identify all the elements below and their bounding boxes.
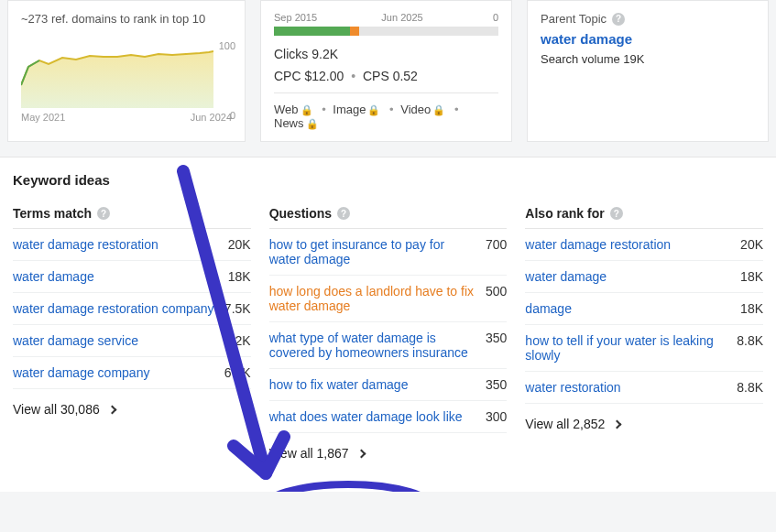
keyword-link[interactable]: water damage: [13, 269, 94, 284]
difficulty-chart: 100 0 May 2021 Jun 2024: [21, 35, 232, 123]
help-icon[interactable]: ?: [612, 13, 625, 26]
clicks-metric: Clicks 9.2K: [274, 47, 498, 61]
axis-date-right: Jun 2024: [191, 112, 232, 123]
serp-video[interactable]: Video: [400, 103, 431, 116]
axis-min: 0: [230, 110, 235, 121]
table-row: water damage restoration20K: [13, 229, 251, 261]
trend-date-right: Jun 2025: [381, 12, 422, 23]
clicks-value: 9.2K: [311, 47, 338, 61]
questions-column: Questions ? how to get insurance to pay …: [269, 199, 508, 464]
help-icon[interactable]: ?: [610, 207, 623, 220]
keyword-ideas-heading: Keyword ideas: [0, 157, 776, 199]
table-row: water damage restoration20K: [525, 229, 763, 261]
table-row: what type of water damage is covered by …: [269, 322, 508, 369]
keyword-volume: 20K: [740, 237, 763, 252]
axis-max: 100: [219, 40, 235, 51]
keyword-volume: 18K: [228, 269, 251, 284]
lock-icon: 🔒: [304, 118, 321, 129]
clicks-label: Clicks: [274, 47, 308, 61]
table-row: how to fix water damage350: [269, 369, 508, 401]
table-row: water damage company6.1K: [13, 357, 251, 389]
keyword-volume: 500: [486, 284, 507, 313]
serp-image[interactable]: Image: [333, 103, 366, 116]
view-all-also-rank[interactable]: View all 2,852: [525, 404, 763, 435]
trend-bar: [274, 27, 498, 36]
chevron-right-icon: [613, 419, 622, 429]
parent-topic-card: Parent Topic ? water damage Search volum…: [527, 0, 769, 142]
table-row: water restoration8.8K: [525, 372, 763, 404]
difficulty-subtitle: ~273 ref. domains to rank in top 10: [21, 12, 232, 26]
keyword-link[interactable]: water damage service: [13, 333, 138, 348]
keyword-link[interactable]: how to tell if your water is leaking slo…: [525, 333, 727, 363]
table-row: water damage restoration company7.5K: [13, 293, 251, 325]
keyword-link[interactable]: what does water damage look like: [269, 409, 463, 424]
serp-web[interactable]: Web: [274, 103, 299, 116]
difficulty-card: ~273 ref. domains to rank in top 10 100 …: [7, 0, 246, 142]
keyword-link[interactable]: how long does a landlord have to fix wat…: [269, 284, 476, 313]
svg-point-0: [261, 484, 435, 492]
view-all-questions[interactable]: View all 1,867: [269, 433, 508, 464]
table-row: what does water damage look like300: [269, 401, 508, 433]
serp-features: Web🔒 • Image🔒 • Video🔒 • News🔒: [274, 103, 498, 130]
trend-axis-zero: 0: [493, 12, 498, 23]
lock-icon: 🔒: [366, 104, 382, 115]
serp-news[interactable]: News: [274, 116, 304, 130]
axis-date-left: May 2021: [21, 112, 65, 123]
table-row: how long does a landlord have to fix wat…: [269, 276, 508, 322]
keyword-volume: 300: [486, 409, 507, 424]
table-row: water damage18K: [13, 261, 251, 293]
cpc-label: CPC: [274, 69, 301, 83]
also-rank-column: Also rank for ? water damage restoration…: [525, 199, 763, 464]
keyword-volume: 6.1K: [224, 365, 251, 380]
cps-value: 0.52: [393, 69, 418, 83]
questions-header: Questions: [269, 206, 332, 221]
parent-topic-label: Parent Topic ?: [541, 12, 755, 26]
parent-search-volume: Search volume 19K: [541, 52, 755, 66]
chevron-right-icon: [107, 405, 116, 414]
keyword-volume: 700: [486, 237, 507, 266]
terms-match-header: Terms match: [13, 206, 92, 221]
keyword-volume: 8.8K: [737, 380, 763, 395]
help-icon[interactable]: ?: [97, 207, 110, 220]
keyword-link[interactable]: water damage company: [13, 365, 149, 380]
lock-icon: 🔒: [299, 104, 315, 115]
trend-date-left: Sep 2015: [274, 12, 317, 23]
keyword-volume: 350: [486, 331, 507, 360]
keyword-link[interactable]: damage: [525, 301, 572, 316]
lock-icon: 🔒: [431, 104, 447, 115]
trend-seg-orange: [350, 27, 359, 36]
table-row: how to get insurance to pay for water da…: [269, 229, 508, 276]
separator-dot: •: [347, 69, 359, 83]
keyword-volume: 18K: [740, 269, 763, 284]
keyword-volume: 20K: [228, 237, 251, 252]
parent-topic-link[interactable]: water damage: [541, 31, 755, 47]
trend-card: Sep 2015 Jun 2025 0 Clicks 9.2K CPC $12.…: [260, 0, 512, 142]
keyword-link[interactable]: water damage restoration: [525, 237, 671, 252]
keyword-link[interactable]: what type of water damage is covered by …: [269, 331, 476, 360]
keyword-link[interactable]: how to fix water damage: [269, 377, 409, 392]
terms-match-column: Terms match ? water damage restoration20…: [13, 199, 251, 464]
view-all-terms[interactable]: View all 30,086: [13, 389, 251, 420]
table-row: how to tell if your water is leaking slo…: [525, 325, 763, 372]
table-row: water damage service6.2K: [13, 325, 251, 357]
table-row: damage18K: [525, 293, 763, 325]
cps-label: CPS: [363, 69, 389, 83]
keyword-link[interactable]: how to get insurance to pay for water da…: [269, 237, 476, 266]
cpc-value: $12.00: [304, 69, 344, 83]
help-icon[interactable]: ?: [337, 207, 350, 220]
keyword-link[interactable]: water restoration: [525, 380, 620, 395]
keyword-link[interactable]: water damage restoration: [13, 237, 158, 252]
cpc-cps-metric: CPC $12.00 • CPS 0.52: [274, 69, 498, 83]
keyword-volume: 6.2K: [224, 333, 251, 348]
keyword-volume: 350: [486, 377, 507, 392]
also-rank-header: Also rank for: [525, 206, 604, 221]
keyword-link[interactable]: water damage restoration company: [13, 301, 213, 316]
keyword-volume: 7.5K: [224, 301, 251, 316]
keyword-volume: 18K: [740, 301, 763, 316]
table-row: water damage18K: [525, 261, 763, 293]
trend-seg-green: [274, 27, 350, 36]
chevron-right-icon: [356, 449, 366, 458]
keyword-volume: 8.8K: [737, 333, 763, 363]
keyword-link[interactable]: water damage: [525, 269, 607, 284]
